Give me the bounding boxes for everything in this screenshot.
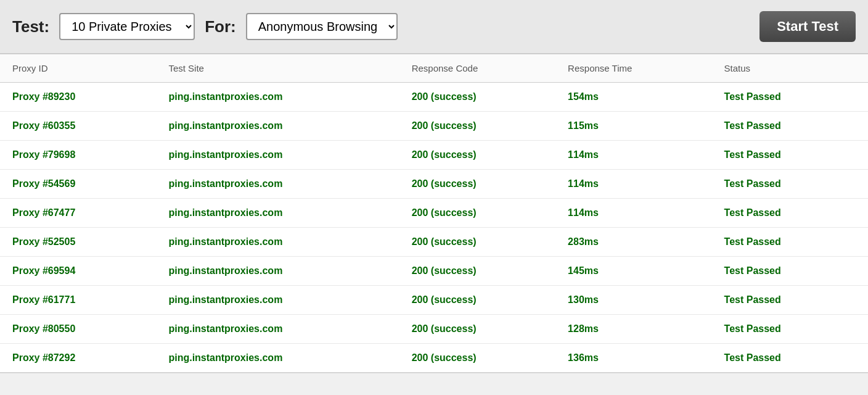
row-proxy_id: Proxy #60355 — [0, 112, 156, 141]
row-test_site: ping.instantproxies.com — [156, 141, 399, 170]
table-row: Proxy #79698ping.instantproxies.com200 (… — [0, 141, 868, 170]
row-test_site: ping.instantproxies.com — [156, 112, 399, 141]
row-test_site: ping.instantproxies.com — [156, 199, 399, 228]
start-test-button[interactable]: Start Test — [760, 11, 856, 42]
table-row: Proxy #80550ping.instantproxies.com200 (… — [0, 315, 868, 344]
table-header-row: Proxy ID Test Site Response Code Respons… — [0, 54, 868, 83]
row-proxy_id: Proxy #52505 — [0, 228, 156, 257]
row-status: Test Passed — [712, 344, 868, 373]
row-status: Test Passed — [712, 286, 868, 315]
row-status: Test Passed — [712, 112, 868, 141]
row-test_site: ping.instantproxies.com — [156, 315, 399, 344]
row-response_code: 200 (success) — [399, 228, 555, 257]
row-response_code: 200 (success) — [399, 286, 555, 315]
row-response_code: 200 (success) — [399, 199, 555, 228]
results-table-container: Proxy ID Test Site Response Code Respons… — [0, 54, 868, 373]
table-row: Proxy #52505ping.instantproxies.com200 (… — [0, 228, 868, 257]
table-row: Proxy #69594ping.instantproxies.com200 (… — [0, 257, 868, 286]
table-row: Proxy #60355ping.instantproxies.com200 (… — [0, 112, 868, 141]
table-row: Proxy #67477ping.instantproxies.com200 (… — [0, 199, 868, 228]
row-status: Test Passed — [712, 228, 868, 257]
row-response_time: 114ms — [555, 170, 711, 199]
table-body: Proxy #89230ping.instantproxies.com200 (… — [0, 83, 868, 373]
row-response_code: 200 (success) — [399, 315, 555, 344]
row-proxy_id: Proxy #79698 — [0, 141, 156, 170]
for-select[interactable]: Anonymous Browsing SEO Social Media — [246, 13, 398, 40]
header-bar: Test: 10 Private Proxies 5 Private Proxi… — [0, 0, 868, 54]
row-response_time: 145ms — [555, 257, 711, 286]
row-proxy_id: Proxy #67477 — [0, 199, 156, 228]
col-header-response-code: Response Code — [399, 54, 555, 83]
col-header-response-time: Response Time — [555, 54, 711, 83]
table-row: Proxy #87292ping.instantproxies.com200 (… — [0, 344, 868, 373]
table-row: Proxy #61771ping.instantproxies.com200 (… — [0, 286, 868, 315]
row-test_site: ping.instantproxies.com — [156, 170, 399, 199]
row-response_code: 200 (success) — [399, 83, 555, 112]
test-select[interactable]: 10 Private Proxies 5 Private Proxies 20 … — [59, 13, 195, 40]
row-response_time: 283ms — [555, 228, 711, 257]
row-proxy_id: Proxy #80550 — [0, 315, 156, 344]
row-status: Test Passed — [712, 141, 868, 170]
row-response_time: 154ms — [555, 83, 711, 112]
row-response_time: 128ms — [555, 315, 711, 344]
test-label: Test: — [12, 17, 49, 36]
row-status: Test Passed — [712, 83, 868, 112]
results-table: Proxy ID Test Site Response Code Respons… — [0, 54, 868, 373]
row-proxy_id: Proxy #61771 — [0, 286, 156, 315]
row-status: Test Passed — [712, 315, 868, 344]
row-response_code: 200 (success) — [399, 141, 555, 170]
row-proxy_id: Proxy #87292 — [0, 344, 156, 373]
col-header-status: Status — [712, 54, 868, 83]
for-label: For: — [205, 17, 236, 36]
row-response_time: 114ms — [555, 141, 711, 170]
row-response_time: 115ms — [555, 112, 711, 141]
table-row: Proxy #54569ping.instantproxies.com200 (… — [0, 170, 868, 199]
row-proxy_id: Proxy #69594 — [0, 257, 156, 286]
row-status: Test Passed — [712, 257, 868, 286]
row-response_time: 136ms — [555, 344, 711, 373]
row-test_site: ping.instantproxies.com — [156, 83, 399, 112]
row-status: Test Passed — [712, 170, 868, 199]
row-test_site: ping.instantproxies.com — [156, 344, 399, 373]
row-test_site: ping.instantproxies.com — [156, 228, 399, 257]
row-response_time: 130ms — [555, 286, 711, 315]
row-response_code: 200 (success) — [399, 344, 555, 373]
col-header-test-site: Test Site — [156, 54, 399, 83]
row-test_site: ping.instantproxies.com — [156, 257, 399, 286]
row-test_site: ping.instantproxies.com — [156, 286, 399, 315]
row-response_code: 200 (success) — [399, 170, 555, 199]
row-response_time: 114ms — [555, 199, 711, 228]
row-response_code: 200 (success) — [399, 112, 555, 141]
row-status: Test Passed — [712, 199, 868, 228]
row-proxy_id: Proxy #54569 — [0, 170, 156, 199]
row-response_code: 200 (success) — [399, 257, 555, 286]
col-header-proxy-id: Proxy ID — [0, 54, 156, 83]
table-row: Proxy #89230ping.instantproxies.com200 (… — [0, 83, 868, 112]
row-proxy_id: Proxy #89230 — [0, 83, 156, 112]
